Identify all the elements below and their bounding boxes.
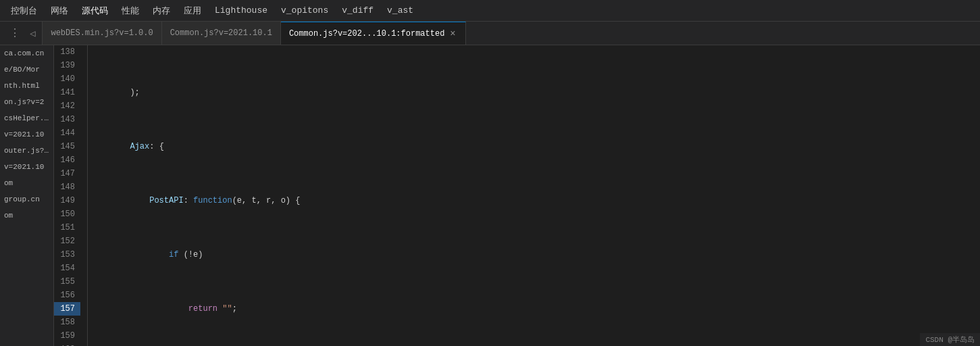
ln-149: 149 <box>54 194 80 207</box>
sidebar-file-7[interactable]: outer.js?v= <box>0 143 53 159</box>
ln-143: 143 <box>54 113 80 126</box>
sidebar-file-5[interactable]: csHelper.js <box>0 110 53 126</box>
tab-controls: ⋮ ◁ <box>3 22 43 45</box>
editor-area: 138 139 140 141 142 143 144 145 146 147 … <box>54 45 980 346</box>
sidebar-file-1[interactable]: ca.com.cn <box>0 45 53 61</box>
code-line-142: return ""; <box>96 302 980 316</box>
ln-158: 158 <box>54 316 80 329</box>
ln-159: 159 <box>54 329 80 343</box>
sidebar-file-8[interactable]: v=2021.10 <box>0 159 53 175</box>
code-line-139: Ajax: { <box>96 140 980 153</box>
menu-source[interactable]: 源代码 <box>76 2 113 20</box>
tab-webdes[interactable]: webDES.min.js?v=1.0.0 <box>43 22 161 45</box>
main-area: ca.com.cn e/BO/Mor nth.html on.js?v=2 cs… <box>0 45 980 346</box>
tab-common-formatted-label: Common.js?v=202...10.1:formatted <box>289 29 444 39</box>
menu-console[interactable]: 控制台 <box>5 2 43 20</box>
sidebar-file-6[interactable]: v=2021.10 <box>0 126 53 143</box>
ln-160: 160 <box>54 343 80 346</box>
tab-common-formatted[interactable]: Common.js?v=202...10.1:formatted × <box>281 22 466 45</box>
ln-140: 140 <box>54 72 80 86</box>
menu-performance[interactable]: 性能 <box>116 2 145 20</box>
menu-vast[interactable]: v_ast <box>382 3 419 18</box>
ln-138: 138 <box>54 45 80 59</box>
menu-lighthouse[interactable]: Lighthouse <box>209 3 273 18</box>
sidebar-file-9[interactable]: om <box>0 175 53 191</box>
ln-157: 157 <box>54 302 80 316</box>
menu-app[interactable]: 应用 <box>178 2 207 20</box>
code-line-141: if (!e) <box>96 248 980 262</box>
menu-bar: 控制台 网络 源代码 性能 内存 应用 Lighthouse v_opitons… <box>0 0 980 22</box>
ln-151: 151 <box>54 221 80 234</box>
ln-154: 154 <box>54 262 80 275</box>
code-line-140: PostAPI: function(e, t, r, o) { <box>96 194 980 207</box>
tab-common-label: Common.js?v=2021.10.1 <box>170 28 272 38</box>
ln-142: 142 <box>54 99 80 113</box>
tab-more-icon[interactable]: ⋮ <box>7 25 23 41</box>
tab-common[interactable]: Common.js?v=2021.10.1 <box>162 22 281 45</box>
ln-145: 145 <box>54 140 80 153</box>
line-numbers: 138 139 140 141 142 143 144 145 146 147 … <box>54 45 88 346</box>
menu-memory[interactable]: 内存 <box>147 2 176 20</box>
file-sidebar: ca.com.cn e/BO/Mor nth.html on.js?v=2 cs… <box>0 45 54 346</box>
ln-150: 150 <box>54 207 80 221</box>
ln-155: 155 <box>54 275 80 289</box>
ln-148: 148 <box>54 180 80 194</box>
ln-156: 156 <box>54 289 80 302</box>
tab-webdes-label: webDES.min.js?v=1.0.0 <box>51 28 153 38</box>
ln-146: 146 <box>54 153 80 167</box>
tab-bar: ⋮ ◁ webDES.min.js?v=1.0.0 Common.js?v=20… <box>0 22 980 45</box>
tabs-container: webDES.min.js?v=1.0.0 Common.js?v=2021.1… <box>43 22 465 45</box>
ln-152: 152 <box>54 234 80 248</box>
tab-close-icon[interactable]: × <box>448 28 457 40</box>
sidebar-file-10[interactable]: group.cn <box>0 191 53 207</box>
menu-network[interactable]: 网络 <box>45 2 74 20</box>
sidebar-file-4[interactable]: on.js?v=2 <box>0 94 53 110</box>
sidebar-file-11[interactable]: om <box>0 207 53 224</box>
sidebar-file-2[interactable]: e/BO/Mor <box>0 61 53 78</box>
menu-voptions[interactable]: v_opitons <box>276 3 334 18</box>
code-editor[interactable]: ); Ajax: { PostAPI: function(e, t, r, o)… <box>88 45 980 346</box>
sidebar-file-3[interactable]: nth.html <box>0 78 53 94</box>
ln-144: 144 <box>54 126 80 140</box>
footer-bar: CSDN @半岛岛 <box>920 333 980 346</box>
tab-back-icon[interactable]: ◁ <box>27 26 38 41</box>
code-line-138: ); <box>96 86 980 99</box>
ln-153: 153 <box>54 248 80 262</box>
ln-141: 141 <box>54 86 80 99</box>
menu-vdiff[interactable]: v_diff <box>336 3 379 18</box>
ln-147: 147 <box>54 167 80 180</box>
ln-139: 139 <box>54 59 80 72</box>
footer-label: CSDN @半岛岛 <box>925 335 975 345</box>
